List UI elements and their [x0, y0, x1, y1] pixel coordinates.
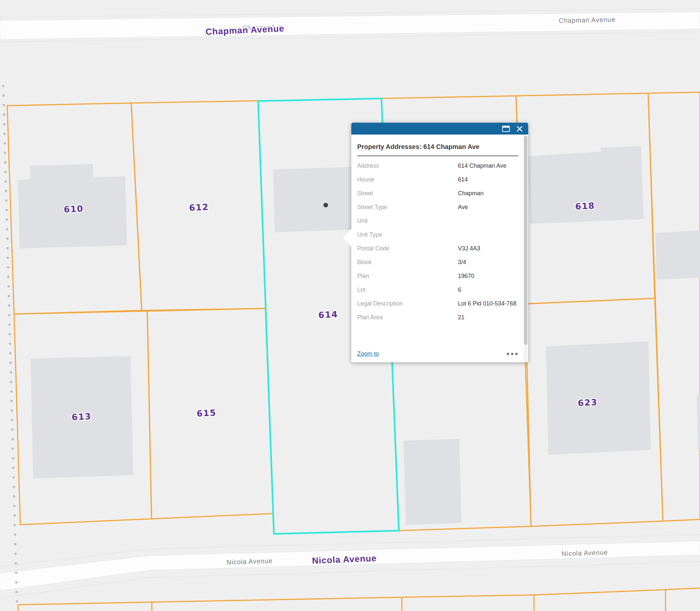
- field-label: Postal Code: [357, 244, 458, 253]
- field-label: Legal Description: [357, 299, 458, 308]
- parcel-label-618: 618: [575, 200, 595, 211]
- zoom-to-link[interactable]: Zoom to: [357, 351, 379, 357]
- parcel-label-613: 613: [72, 411, 92, 422]
- maximize-icon[interactable]: [502, 126, 510, 132]
- field-value: 614 Chapman Ave: [458, 161, 518, 170]
- parcel-label-614: 614: [318, 309, 338, 320]
- building-right-edge: [655, 230, 700, 280]
- field-value: V3J 4A3: [458, 244, 518, 253]
- field-value: Ave: [458, 203, 518, 212]
- attribute-table: Address 614 Chapman Ave House 614 Street…: [357, 159, 518, 343]
- field-row-postal-code: Postal Code V3J 4A3: [357, 241, 518, 255]
- field-label: Street: [357, 189, 458, 198]
- field-value: 21: [458, 313, 518, 322]
- popup-body: Property Addresses: 614 Chapman Ave Addr…: [351, 135, 528, 362]
- field-label: Street Type: [357, 203, 458, 212]
- field-value: [458, 230, 518, 239]
- close-icon[interactable]: [516, 125, 523, 132]
- property-info-popup: Property Addresses: 614 Chapman Ave Addr…: [351, 123, 528, 362]
- field-label: Plan: [357, 271, 458, 281]
- field-row-address: Address 614 Chapman Ave: [357, 159, 518, 173]
- field-value: 3/4: [458, 257, 518, 267]
- field-row-street-type: Street Type Ave: [357, 200, 518, 214]
- field-label: Plan Area: [357, 313, 458, 322]
- field-row-street: Street Chapman: [357, 187, 518, 200]
- field-row-unit-type: Unit Type: [357, 228, 518, 241]
- popup-scrollbar-thumb[interactable]: [524, 136, 528, 345]
- map-background: [0, 0, 700, 611]
- field-value: [458, 216, 518, 225]
- field-label: Unit Type: [357, 230, 458, 239]
- field-value: Chapman: [458, 189, 518, 198]
- field-row-block: Block 3/4: [357, 255, 518, 269]
- popup-callout-tail: [343, 228, 352, 248]
- field-value: Lot 6 Pid 010-534-768: [458, 299, 518, 308]
- address-point-marker: [323, 203, 328, 207]
- field-row-legal-description: Legal Description Lot 6 Pid 010-534-768: [357, 297, 518, 310]
- building-616: [404, 439, 461, 525]
- field-value: 6: [458, 285, 518, 294]
- field-row-house: House 614: [357, 173, 518, 187]
- field-label: Lot: [357, 285, 458, 294]
- popup-footer: Zoom to: [357, 348, 518, 359]
- field-value: 19670: [458, 271, 518, 281]
- parcel-label-615: 615: [197, 407, 217, 418]
- popup-title: Property Addresses: 614 Chapman Ave: [357, 135, 518, 156]
- parcel-label-610: 610: [64, 204, 84, 214]
- parcel-label-623: 623: [578, 397, 598, 408]
- field-row-unit: Unit: [357, 214, 518, 228]
- field-row-plan: Plan 19670: [357, 269, 518, 283]
- field-label: Address: [357, 161, 458, 170]
- field-label: Unit: [357, 216, 458, 225]
- street-label-nicola-right: Nicola Avenue: [562, 549, 608, 557]
- street-label-chapman-right: Chapman Avenue: [559, 16, 615, 24]
- building-623: [546, 341, 651, 455]
- parcel-label-612: 612: [189, 202, 209, 213]
- popup-scrollbar-track[interactable]: [524, 135, 528, 362]
- ellipsis-menu-icon[interactable]: [506, 351, 518, 357]
- field-row-lot: Lot 6: [357, 283, 518, 297]
- field-label: Block: [357, 257, 458, 267]
- popup-header: [351, 123, 528, 135]
- map-canvas[interactable]: 610 612 614 615 613 618 623 Chapman Ave …: [0, 0, 700, 611]
- building-618: [528, 146, 644, 224]
- field-value: 614: [458, 175, 518, 184]
- field-row-plan-area: Plan Area 21: [357, 310, 518, 324]
- field-label: House: [357, 175, 458, 184]
